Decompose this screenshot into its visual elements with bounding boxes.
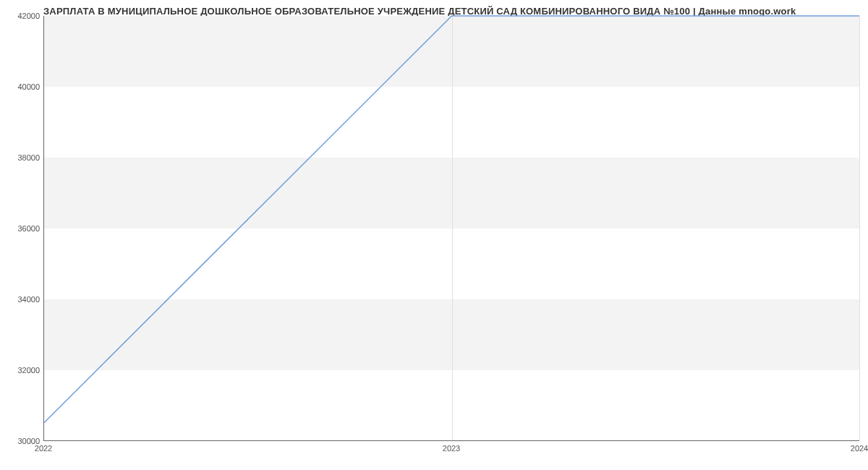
y-tick-34000: 34000	[17, 295, 40, 304]
plot-area	[43, 16, 859, 441]
salary-line-series	[44, 16, 859, 440]
chart-title: ЗАРПЛАТА В МУНИЦИПАЛЬНОЕ ДОШКОЛЬНОЕ ОБРА…	[43, 6, 861, 17]
y-tick-36000: 36000	[17, 224, 40, 233]
x-tick-2024: 2024	[851, 444, 868, 453]
y-tick-40000: 40000	[17, 82, 40, 91]
y-tick-32000: 32000	[17, 366, 40, 375]
salary-chart: ЗАРПЛАТА В МУНИЦИПАЛЬНОЕ ДОШКОЛЬНОЕ ОБРА…	[0, 0, 868, 470]
y-tick-42000: 42000	[17, 12, 40, 20]
y-tick-38000: 38000	[17, 153, 40, 162]
x-tick-2022: 2022	[35, 444, 52, 453]
grid-line-vertical	[859, 16, 860, 440]
x-tick-2023: 2023	[443, 444, 460, 453]
